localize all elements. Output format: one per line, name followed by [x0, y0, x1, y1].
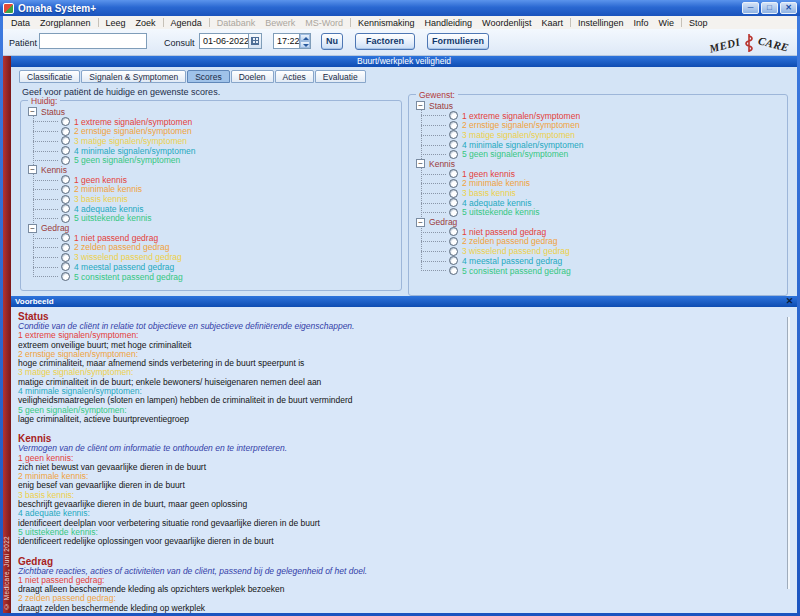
- minimize-button[interactable]: ─: [742, 2, 759, 14]
- collapse-icon[interactable]: [416, 101, 425, 110]
- menu-info[interactable]: Info: [629, 18, 654, 28]
- calendar-button[interactable]: [248, 34, 261, 48]
- score-radio[interactable]: [449, 130, 458, 139]
- voorbeeld-body: Status Conditie van de cliënt in relatie…: [11, 307, 797, 613]
- factoren-button[interactable]: Factoren: [355, 33, 415, 50]
- score-label: 2 ernstige signalen/symptomen: [74, 126, 192, 136]
- menu-kaart[interactable]: Kaart: [536, 18, 568, 28]
- level-example: draagt alleen beschermende kleding als o…: [18, 585, 783, 594]
- score-radio[interactable]: [449, 247, 458, 256]
- spinner-down-icon[interactable]: [300, 41, 310, 48]
- menu-leeg[interactable]: Leeg: [101, 18, 131, 28]
- score-radio[interactable]: [61, 136, 70, 145]
- score-radio[interactable]: [61, 233, 70, 242]
- consult-label: Consult: [164, 38, 195, 48]
- score-label: 1 extreme signalen/symptomen: [74, 117, 192, 127]
- time-spinner: [299, 34, 310, 48]
- menu-data[interactable]: Data: [6, 18, 35, 28]
- voorbeeld-scrollbar[interactable]: [787, 317, 790, 589]
- consult-date-input[interactable]: 01-06-2022: [199, 33, 262, 49]
- score-label: 5 uitstekende kennis: [74, 213, 152, 223]
- score-radio[interactable]: [449, 140, 458, 149]
- tree-group-label: Status: [429, 101, 453, 111]
- score-radio[interactable]: [61, 214, 70, 223]
- huidig-groupbox: Huidig: Status 1 extreme signalen/sympto…: [20, 100, 402, 291]
- score-radio[interactable]: [449, 169, 458, 178]
- main-content: Classificatie Signalen & Symptomen Score…: [11, 67, 797, 613]
- score-radio[interactable]: [449, 266, 458, 275]
- score-radio[interactable]: [61, 272, 70, 281]
- menu-zoek[interactable]: Zoek: [131, 18, 161, 28]
- app-icon: [3, 3, 14, 14]
- menu-stop[interactable]: Stop: [684, 18, 713, 28]
- score-radio[interactable]: [449, 208, 458, 217]
- score-label: 3 matige signalen/symptomen: [462, 130, 575, 140]
- score-label: 5 consistent passend gedrag: [462, 266, 571, 276]
- menu-bar: Data Zorgplannen Leeg Zoek Agenda Databa…: [3, 16, 797, 29]
- menu-wie[interactable]: Wie: [654, 18, 680, 28]
- voorbeeld-close-icon[interactable]: ✕: [785, 296, 794, 307]
- level-example: draagt zelden beschermende kleding op we…: [18, 604, 783, 613]
- calendar-icon: [251, 37, 259, 45]
- score-radio[interactable]: [61, 195, 70, 204]
- menu-kennismaking[interactable]: Kennismaking: [353, 18, 420, 28]
- menu-bewerk: Bewerk: [260, 18, 300, 28]
- score-label: 4 adequate kennis: [462, 198, 531, 208]
- score-radio[interactable]: [61, 117, 70, 126]
- menu-instellingen[interactable]: Instellingen: [573, 18, 629, 28]
- collapse-icon[interactable]: [28, 224, 37, 233]
- tree-group-label: Kennis: [429, 159, 455, 169]
- score-label: 3 wisselend passend gedrag: [74, 252, 182, 262]
- score-radio[interactable]: [61, 204, 70, 213]
- close-button[interactable]: ✕: [780, 2, 797, 14]
- spinner-up-icon[interactable]: [300, 34, 310, 41]
- score-radio[interactable]: [449, 150, 458, 159]
- tab-doelen[interactable]: Doelen: [231, 70, 274, 83]
- maximize-button[interactable]: □: [761, 2, 778, 14]
- score-radio[interactable]: [449, 227, 458, 236]
- consult-time-value: 17:22: [277, 36, 300, 46]
- menu-zorgplannen[interactable]: Zorgplannen: [35, 18, 96, 28]
- logo-text-right: CARE: [757, 34, 790, 53]
- score-radio[interactable]: [449, 179, 458, 188]
- score-radio[interactable]: [61, 243, 70, 252]
- score-radio[interactable]: [61, 262, 70, 271]
- score-radio[interactable]: [449, 198, 458, 207]
- score-radio[interactable]: [449, 121, 458, 130]
- score-label: 2 minimale kennis: [462, 178, 530, 188]
- level-example: identificeert deelplan voor verbetering …: [18, 519, 783, 528]
- menu-woordenlijst[interactable]: Woordenlijst: [477, 18, 536, 28]
- score-radio[interactable]: [449, 237, 458, 246]
- patient-input[interactable]: [39, 33, 147, 49]
- menu-separator: [163, 18, 164, 27]
- collapse-icon[interactable]: [416, 159, 425, 168]
- consult-time-input[interactable]: 17:22: [273, 33, 311, 49]
- score-radio[interactable]: [61, 146, 70, 155]
- tab-acties[interactable]: Acties: [275, 70, 314, 83]
- tab-scores[interactable]: Scores: [187, 70, 229, 83]
- menu-separator: [350, 18, 351, 27]
- left-accent-strip: © Medicare, Juni 2022: [3, 56, 11, 613]
- collapse-icon[interactable]: [28, 165, 37, 174]
- voorbeeld-section-title: Gedrag: [18, 556, 783, 567]
- score-radio[interactable]: [61, 185, 70, 194]
- score-radio[interactable]: [61, 127, 70, 136]
- score-radio[interactable]: [449, 111, 458, 120]
- score-radio[interactable]: [449, 256, 458, 265]
- nu-button[interactable]: Nu: [321, 33, 343, 50]
- score-radio[interactable]: [61, 175, 70, 184]
- tab-classificatie[interactable]: Classificatie: [19, 70, 80, 83]
- level-example: zich niet bewust van gevaarlijke dieren …: [18, 463, 783, 472]
- collapse-icon[interactable]: [28, 107, 37, 116]
- tab-signalen-symptomen[interactable]: Signalen & Symptomen: [81, 70, 186, 83]
- score-radio[interactable]: [449, 189, 458, 198]
- menu-handleiding[interactable]: Handleiding: [420, 18, 478, 28]
- collapse-icon[interactable]: [416, 218, 425, 227]
- voorbeeld-section-desc: Zichtbare reacties, acties of activiteit…: [18, 567, 783, 576]
- score-radio[interactable]: [61, 156, 70, 165]
- menu-agenda[interactable]: Agenda: [166, 18, 207, 28]
- formulieren-button[interactable]: Formulieren: [427, 33, 489, 50]
- tab-evaluatie[interactable]: Evaluatie: [315, 70, 366, 83]
- score-label: 5 geen signalen/symptomen: [74, 155, 180, 165]
- score-radio[interactable]: [61, 253, 70, 262]
